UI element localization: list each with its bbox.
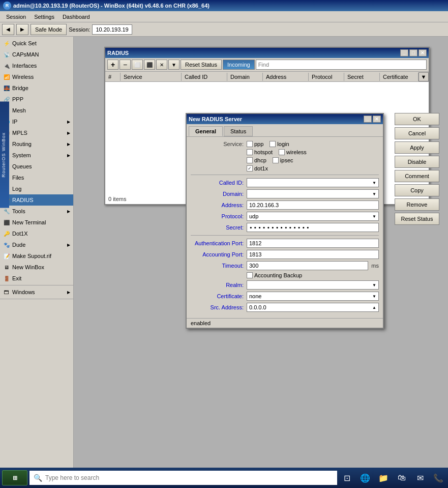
dhcp-row: dhcp ipsec <box>191 157 379 163</box>
dhcp-checkboxes: dhcp ipsec <box>247 157 293 163</box>
sidebar-label-ppp: PPP <box>12 96 23 102</box>
certificate-dropdown[interactable]: none ▼ <box>247 292 379 301</box>
remove-button[interactable]: Remove <box>395 198 439 211</box>
sidebar-item-log[interactable]: 📄 Log <box>0 183 73 194</box>
radius-table-header: # Service Called ID Domain Address Proto… <box>105 72 429 82</box>
radius-paste-btn[interactable]: ⬛ <box>144 60 155 70</box>
sidebar-item-new-winbox[interactable]: 🖥 New WinBox <box>0 262 73 273</box>
radius-add-btn[interactable]: + <box>107 60 118 70</box>
back-button[interactable]: ◀ <box>2 24 14 35</box>
cancel-button[interactable]: Cancel <box>395 127 439 139</box>
sidebar-item-interfaces[interactable]: 🔌 Interfaces <box>0 60 73 71</box>
address-field <box>247 200 379 210</box>
menu-dashboard[interactable]: Dashboard <box>58 13 94 21</box>
copy-button[interactable]: Copy <box>395 184 439 196</box>
radius-maximize-btn[interactable]: □ <box>409 49 417 56</box>
sidebar-item-ppp[interactable]: 🔗 PPP <box>0 94 73 105</box>
protocol-dropdown[interactable]: udp ▼ <box>247 212 379 221</box>
radius-copy-btn[interactable]: ⬜ <box>132 60 143 70</box>
apply-button[interactable]: Apply <box>395 141 439 154</box>
sidebar-item-ip[interactable]: 🌐 IP ▶ <box>0 116 73 127</box>
title-text: admin@10.20.193.19 (RouterOS) - WinBox (… <box>13 3 210 9</box>
taskbar-icon-files[interactable]: 📁 <box>376 470 391 485</box>
radius-close-btn[interactable]: ✕ <box>419 49 427 56</box>
sidebar-item-windows[interactable]: 🗔 Windows ▶ <box>0 286 73 298</box>
taskbar-search-input[interactable] <box>45 474 333 481</box>
accounting-port-label: Accounting Port: <box>191 251 247 257</box>
sidebar-item-routing[interactable]: ↔ Routing ▶ <box>0 138 73 150</box>
sidebar-label-ip: IP <box>12 119 17 125</box>
realm-dropdown[interactable]: ▼ <box>247 280 379 290</box>
timeout-field: ms <box>247 261 379 270</box>
taskbar-icon-store[interactable]: 🛍 <box>394 470 409 485</box>
radius-filter-btn[interactable]: ▼ <box>168 60 180 70</box>
menu-settings[interactable]: Settings <box>30 13 58 21</box>
address-input[interactable] <box>247 200 379 210</box>
sidebar-item-mpls[interactable]: 📦 MPLS ▶ <box>0 127 73 138</box>
timeout-input[interactable] <box>247 261 368 270</box>
tab-general[interactable]: General <box>189 126 223 136</box>
sidebar-item-capsman[interactable]: 📡 CAPsMAN <box>0 49 73 60</box>
cb-hotspot-box[interactable] <box>247 149 253 155</box>
sidebar-item-supout[interactable]: 📝 Make Supout.rif <box>0 250 73 262</box>
secret-label: Secret: <box>191 224 247 231</box>
sidebar-item-exit[interactable]: 🚪 Exit <box>0 273 73 284</box>
ok-button[interactable]: OK <box>395 113 439 125</box>
radius-minimize-btn[interactable]: _ <box>400 49 408 56</box>
cb-login-box[interactable] <box>270 141 276 147</box>
secret-input[interactable] <box>247 223 379 232</box>
new-radius-close-btn[interactable]: ✕ <box>373 116 381 123</box>
radius-search-input[interactable] <box>256 60 427 70</box>
comment-button[interactable]: Comment <box>395 170 439 182</box>
sidebar-item-queues[interactable]: 📋 Queues <box>0 161 73 172</box>
radius-incoming-btn[interactable]: Incoming <box>223 60 255 70</box>
main-toolbar: ◀ ▶ Safe Mode Session: 10.20.193.19 <box>0 22 448 37</box>
cb-ppp-box[interactable] <box>247 141 253 147</box>
cb-dhcp-box[interactable] <box>247 157 253 163</box>
radius-reset-status-btn[interactable]: Reset Status <box>181 60 222 70</box>
tab-status[interactable]: Status <box>224 126 253 136</box>
cb-accounting-backup-box[interactable] <box>247 272 253 278</box>
sidebar-item-mesh[interactable]: 🕸 Mesh <box>0 105 73 116</box>
sidebar-item-quickset[interactable]: ⚡ Quick Set <box>0 38 73 49</box>
taskbar-icon-apps[interactable]: ⊡ <box>339 470 354 485</box>
menu-session[interactable]: Session <box>2 13 30 21</box>
certificate-value: none <box>249 293 261 299</box>
auth-port-field <box>247 239 379 248</box>
cb-ipsec-box[interactable] <box>273 157 279 163</box>
sidebar-item-bridge[interactable]: 🌉 Bridge <box>0 82 73 94</box>
auth-port-input[interactable] <box>247 239 379 248</box>
disable-button[interactable]: Disable <box>395 156 439 168</box>
radius-delete-btn[interactable]: ✕ <box>156 60 167 70</box>
sidebar-item-radius[interactable]: 🔐 RADIUS <box>0 194 73 206</box>
taskbar-icon-browser[interactable]: 🌐 <box>357 470 373 485</box>
src-address-dropdown[interactable]: 0.0.0.0 ▲ <box>247 303 379 312</box>
new-radius-minimize-btn[interactable]: _ <box>364 116 372 123</box>
radius-remove-btn[interactable]: − <box>120 60 131 70</box>
cb-dot1x-box[interactable] <box>247 165 253 171</box>
taskbar-icon-phone[interactable]: 📞 <box>431 470 446 485</box>
sidebar-item-files[interactable]: 📁 Files <box>0 172 73 183</box>
taskbar-right: ⊡ 🌐 📁 🛍 ✉ 📞 <box>339 470 446 485</box>
sidebar-item-system[interactable]: ⚙ System ▶ <box>0 150 73 161</box>
timeout-label: Timeout: <box>191 263 247 269</box>
forward-button[interactable]: ▶ <box>16 24 28 35</box>
taskbar-icon-mail[interactable]: ✉ <box>412 470 428 485</box>
sidebar-item-new-terminal[interactable]: ⬛ New Terminal <box>0 217 73 228</box>
accounting-port-input[interactable] <box>247 250 379 259</box>
sidebar-item-dude[interactable]: 🐾 Dude ▶ <box>0 239 73 250</box>
dialog-status-bar: enabled <box>187 318 383 328</box>
safe-mode-button[interactable]: Safe Mode <box>31 24 67 35</box>
radius-window-controls: _ □ ✕ <box>400 49 427 56</box>
src-address-field: 0.0.0.0 ▲ <box>247 303 379 312</box>
called-id-dropdown[interactable]: ▼ <box>247 178 379 187</box>
sidebar-item-tools[interactable]: 🔧 Tools ▶ <box>0 206 73 217</box>
sidebar-item-dot1x[interactable]: 🔑 Dot1X <box>0 228 73 239</box>
cb-wireless-box[interactable] <box>279 149 285 155</box>
sidebar-item-wireless[interactable]: 📶 Wireless <box>0 71 73 82</box>
table-column-dropdown[interactable]: ▼ <box>419 72 429 81</box>
domain-dropdown[interactable]: ▼ <box>247 189 379 198</box>
start-button[interactable]: ⊞ <box>2 470 27 485</box>
reset-status-button[interactable]: Reset Status <box>395 213 439 225</box>
secret-field <box>247 223 379 232</box>
